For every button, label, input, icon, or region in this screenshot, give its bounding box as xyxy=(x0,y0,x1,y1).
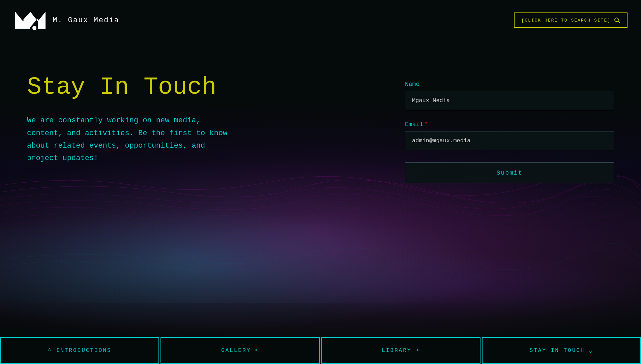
email-field-group: Email* xyxy=(405,121,614,158)
svg-line-4 xyxy=(618,21,620,23)
nav-stay-in-touch-label: STAY IN TOUCH xyxy=(530,347,585,354)
submit-button[interactable]: Submit xyxy=(405,162,614,183)
contact-form-area: Name Email* Submit xyxy=(405,61,614,183)
nav-library-suffix: > xyxy=(415,347,420,354)
page-title: Stay In Touch xyxy=(27,74,270,101)
nav-stay-in-touch[interactable]: STAY IN TOUCH ⌄ xyxy=(482,337,641,364)
nav-stay-in-touch-suffix: ⌄ xyxy=(589,347,593,354)
main-content: Stay In Touch We are constantly working … xyxy=(0,40,641,337)
page-description: We are constantly working on new media, … xyxy=(27,114,236,165)
name-input[interactable] xyxy=(405,91,614,110)
svg-point-3 xyxy=(615,18,618,22)
email-label: Email* xyxy=(405,121,614,128)
logo-icon xyxy=(13,8,47,32)
nav-introductions-label: INTRODUCTIONS xyxy=(56,347,112,354)
svg-point-2 xyxy=(32,26,36,30)
nav-gallery-label: GALLERY xyxy=(221,347,251,354)
search-icon xyxy=(614,17,620,23)
nav-gallery[interactable]: GALLERY < xyxy=(161,337,320,364)
search-button-label: [CLICK HERE TO SEARCH SITE] xyxy=(521,18,611,23)
left-content: Stay In Touch We are constantly working … xyxy=(27,61,270,165)
form-container: Name Email* Submit xyxy=(405,81,614,183)
logo-text: M. Gaux Media xyxy=(53,16,119,25)
nav-library-label: LIBRARY xyxy=(382,347,411,354)
bottom-navigation: ^ INTRODUCTIONS GALLERY < LIBRARY > STAY… xyxy=(0,337,641,364)
required-indicator: * xyxy=(425,121,428,128)
nav-gallery-suffix: < xyxy=(255,347,259,354)
email-input[interactable] xyxy=(405,131,614,150)
nav-introductions[interactable]: ^ INTRODUCTIONS xyxy=(0,337,159,364)
name-label: Name xyxy=(405,81,614,88)
search-button[interactable]: [CLICK HERE TO SEARCH SITE] xyxy=(514,12,628,28)
nav-library[interactable]: LIBRARY > xyxy=(321,337,480,364)
name-field-group: Name xyxy=(405,81,614,118)
site-header: M. Gaux Media [CLICK HERE TO SEARCH SITE… xyxy=(0,0,641,40)
logo-area: M. Gaux Media xyxy=(13,8,119,32)
nav-introductions-prefix: ^ xyxy=(48,347,52,354)
